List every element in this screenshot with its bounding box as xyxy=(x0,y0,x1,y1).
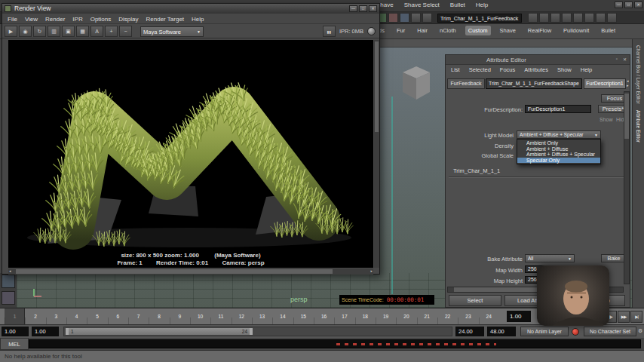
frame-tick-label[interactable]: 9 xyxy=(170,308,190,325)
shelf-tab-fur[interactable]: Fur xyxy=(394,26,408,35)
tab-furdescription[interactable]: FurDescription1 xyxy=(584,78,626,89)
maximize-icon[interactable]: □ xyxy=(624,2,633,8)
side-tab-channel-box[interactable]: Channel Box / Layer Editor xyxy=(636,45,641,104)
light-model-option[interactable]: Specular Only xyxy=(517,158,600,164)
bake-attribute-dropdown[interactable]: All ▼ xyxy=(525,254,575,262)
frame-tick-label[interactable]: 17 xyxy=(334,308,354,325)
status-icon[interactable] xyxy=(584,13,594,23)
frame-tick-label[interactable]: 8 xyxy=(149,308,169,325)
rv-menu-help[interactable]: Help xyxy=(188,16,207,23)
panel-menu-icon[interactable]: ▫ xyxy=(616,57,618,61)
frame-tick-label[interactable]: 20 xyxy=(396,308,416,325)
animation-preferences-icon[interactable]: ⚙ xyxy=(638,328,642,334)
status-icon[interactable] xyxy=(400,13,409,23)
rv-menu-view[interactable]: View xyxy=(21,16,41,23)
status-icon[interactable] xyxy=(388,13,398,23)
frame-tick-label[interactable]: 10 xyxy=(190,308,210,325)
redo-render-icon[interactable]: ↻ xyxy=(33,26,46,37)
side-tab-attribute-editor[interactable]: Attribute Editor xyxy=(636,110,641,143)
command-input[interactable] xyxy=(29,339,641,348)
scrollbar-thumb[interactable] xyxy=(454,287,537,292)
minimize-icon[interactable]: — xyxy=(349,5,357,12)
selection-name-field[interactable]: Trim_Char_M_1_1_FurFeedback xyxy=(437,14,522,23)
frame-tick-label[interactable]: 14 xyxy=(272,308,293,325)
playback-start-field[interactable]: 1.00 xyxy=(32,327,59,336)
frame-tick-label[interactable]: 5 xyxy=(87,308,107,325)
frame-tick-label[interactable]: 16 xyxy=(314,308,334,325)
frame-tick-label[interactable]: 22 xyxy=(437,308,458,325)
step-forward-key-button[interactable]: ▶▶ xyxy=(618,311,630,323)
render-icon[interactable]: ▶ xyxy=(5,26,17,37)
character-set-button[interactable]: No Character Set xyxy=(584,327,636,336)
rv-menu-options[interactable]: Options xyxy=(87,16,115,23)
menu-bullet[interactable]: Bullet xyxy=(449,2,467,8)
rv-menu-render[interactable]: Render xyxy=(41,16,69,23)
tab-furfeedback[interactable]: FurFeedback xyxy=(447,78,485,89)
frame-tick-label[interactable]: 3 xyxy=(46,308,66,325)
range-slider-handle[interactable]: 1 24 xyxy=(66,328,253,335)
render-image-area[interactable]: size: 800 x 500 zoom: 1.000 (Maya Softwa… xyxy=(8,40,373,268)
status-icon[interactable] xyxy=(562,13,572,23)
scrollbar-thumb[interactable] xyxy=(624,94,629,139)
render-view-titlebar[interactable]: Render View — □ ✕ xyxy=(2,4,379,14)
light-model-option[interactable]: Ambient + Diffuse + Specular xyxy=(517,152,600,158)
current-frame-marker[interactable] xyxy=(5,308,25,325)
frame-tick-label[interactable]: 21 xyxy=(417,308,437,325)
scrollbar-thumb[interactable] xyxy=(16,269,333,274)
scroll-left-icon[interactable]: ◂ xyxy=(9,268,11,273)
snapshot-icon[interactable]: ▣ xyxy=(62,26,75,37)
frame-tick-label[interactable]: 12 xyxy=(232,308,252,325)
range-handle-cap-right[interactable] xyxy=(250,328,253,335)
shelf-tab-realflow[interactable]: RealFlow xyxy=(525,26,554,35)
render-view-vscrollbar[interactable] xyxy=(374,40,379,268)
scrollbar-thumb[interactable] xyxy=(375,41,379,132)
scroll-right-icon[interactable]: ▸ xyxy=(370,268,373,273)
pause-ipr-icon[interactable]: ▮▮ xyxy=(323,26,336,37)
ae-menu-list[interactable]: List xyxy=(449,66,462,73)
playback-end-field[interactable]: 24.00 xyxy=(455,327,484,336)
rv-menu-render-target[interactable]: Render Target xyxy=(143,16,189,23)
status-icon[interactable] xyxy=(422,13,432,23)
frame-tick-label[interactable]: 11 xyxy=(210,308,231,325)
shelf-tab-shave[interactable]: Shave xyxy=(497,26,519,35)
ipr-tuning-knob-icon[interactable] xyxy=(367,27,376,35)
vertical-scrollbar[interactable] xyxy=(624,91,630,284)
light-model-dropdown[interactable]: Ambient + Diffuse + Specular ▼ xyxy=(517,130,601,139)
menu-shave-select[interactable]: Shave Select xyxy=(403,2,441,8)
rv-menu-ipr[interactable]: IPR xyxy=(69,16,86,23)
frame-tick-label[interactable]: 24 xyxy=(479,308,499,325)
renderer-dropdown[interactable]: Maya Software ▼ xyxy=(140,26,204,37)
select-button[interactable]: Select xyxy=(449,295,501,306)
tab-shape-field[interactable]: Trim_Char_M_1_1_FurFeedbackShape xyxy=(486,78,582,89)
light-model-option[interactable]: Ambient + Diffuse xyxy=(517,146,600,152)
maximize-icon[interactable]: □ xyxy=(359,5,367,12)
shelf-tab-pulldownit[interactable]: Pulldownlt xyxy=(560,26,592,35)
frame-tick-label[interactable]: 23 xyxy=(458,308,478,325)
rv-menu-display[interactable]: Display xyxy=(115,16,142,23)
ae-menu-selected[interactable]: Selected xyxy=(468,66,492,73)
close-icon[interactable]: ✕ xyxy=(623,57,627,62)
status-icon[interactable] xyxy=(573,13,583,23)
status-icon[interactable] xyxy=(411,13,421,23)
light-model-option[interactable]: Ambient Only xyxy=(517,140,600,146)
close-icon[interactable]: ✕ xyxy=(634,2,642,8)
shelf-tab-custom[interactable]: Custom xyxy=(465,26,491,35)
frame-tick-label[interactable]: 6 xyxy=(108,308,128,325)
status-icon[interactable] xyxy=(539,13,549,23)
minimize-icon[interactable]: — xyxy=(615,2,623,8)
store-image-icon[interactable]: + xyxy=(105,26,118,37)
rv-menu-file[interactable]: File xyxy=(4,16,21,23)
animation-start-field[interactable]: 1.00 xyxy=(2,327,29,336)
frame-tick-label[interactable]: 15 xyxy=(293,308,314,325)
ae-menu-focus[interactable]: Focus xyxy=(498,66,517,73)
status-icon[interactable] xyxy=(550,13,560,23)
frame-tick-label[interactable]: 2 xyxy=(25,308,45,325)
close-icon[interactable]: ✕ xyxy=(369,5,377,12)
frame-tick-label[interactable]: 18 xyxy=(355,308,376,325)
region-render-icon[interactable]: ▥ xyxy=(48,26,60,37)
auto-keyframe-icon[interactable] xyxy=(572,328,579,336)
current-time-field[interactable]: 1.00 xyxy=(507,311,531,322)
scene-object-cube[interactable] xyxy=(398,62,434,104)
frame-tick-label[interactable]: 4 xyxy=(66,308,87,325)
alpha-channel-icon[interactable]: A xyxy=(90,26,103,37)
